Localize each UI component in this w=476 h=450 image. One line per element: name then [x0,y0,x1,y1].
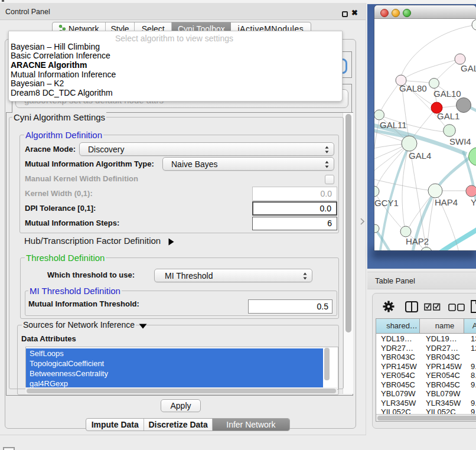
svg-text:YJ: YJ [471,197,476,207]
svg-text:GCY1: GCY1 [374,198,399,208]
svg-text:HAP2: HAP2 [406,236,429,246]
svg-text:GAL4: GAL4 [409,151,431,161]
svg-text:GAL11: GAL11 [380,120,407,130]
svg-text:GAL80: GAL80 [399,83,427,93]
svg-text:GAL2: GAL2 [461,63,476,73]
svg-text:GAL10: GAL10 [433,89,461,99]
svg-text:SWI4: SWI4 [449,136,471,146]
svg-text:HAP4: HAP4 [435,197,458,207]
svg-text:GAL1: GAL1 [437,111,459,121]
